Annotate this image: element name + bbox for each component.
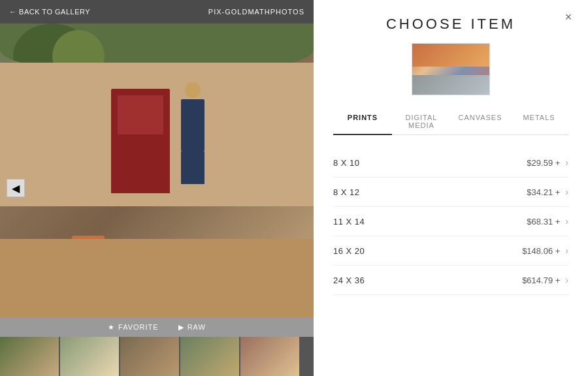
- tab-digital-media[interactable]: DIGITAL MEDIA: [392, 108, 451, 134]
- photo: [0, 24, 314, 317]
- main-image: [0, 24, 314, 317]
- item-row[interactable]: 16 X 20$148.06 +›: [333, 236, 568, 266]
- thumbnail-2[interactable]: [60, 337, 119, 376]
- chevron-right-icon: ›: [565, 187, 568, 197]
- star-icon: ★: [108, 323, 115, 332]
- tabs: PRINTS DIGITAL MEDIA CANVASES METALS: [333, 108, 568, 135]
- item-row[interactable]: 24 X 36$614.79 +›: [333, 266, 568, 295]
- raw-icon: ▶: [178, 323, 184, 332]
- ground-area: [0, 239, 314, 317]
- bottom-actions: ★ FAVORITE ▶ RAW: [0, 317, 314, 337]
- right-panel: × CHOOSE ITEM PRINTS DIGITAL MEDIA CANVA…: [314, 0, 588, 376]
- thumbnail-1[interactable]: [0, 337, 59, 376]
- chevron-right-icon: ›: [565, 245, 568, 256]
- preview-thumbnail: [412, 43, 490, 95]
- tab-metals[interactable]: METALS: [510, 108, 568, 134]
- item-right: $148.06 +›: [522, 245, 568, 256]
- figure-head: [185, 82, 201, 98]
- item-size: 8 X 12: [333, 187, 360, 197]
- item-price: $614.79 +: [522, 275, 560, 285]
- item-row[interactable]: 8 X 12$34.21 +›: [333, 178, 568, 207]
- thumbnail-3[interactable]: [120, 337, 179, 376]
- item-price: $34.21 +: [527, 187, 560, 197]
- item-right: $34.21 +›: [527, 187, 568, 197]
- item-price: $29.59 +: [527, 158, 560, 168]
- thumbnail-4[interactable]: [180, 337, 239, 376]
- item-size: 16 X 20: [333, 246, 365, 256]
- chevron-left-icon: ◀: [12, 182, 20, 195]
- tab-canvases[interactable]: CANVASES: [451, 108, 510, 134]
- figure-body: [181, 99, 204, 151]
- chevron-right-icon: ›: [565, 275, 568, 285]
- close-button[interactable]: ×: [561, 9, 576, 25]
- raw-button[interactable]: ▶ RAW: [178, 323, 206, 332]
- item-right: $614.79 +›: [522, 275, 568, 285]
- item-right: $29.59 +›: [527, 157, 568, 168]
- favorite-button[interactable]: ★ FAVORITE: [108, 323, 159, 332]
- thumbnail-5[interactable]: [240, 337, 299, 376]
- studio-name: PIX-GOLDMATHPHOTOS: [208, 8, 304, 16]
- chevron-right-icon: ›: [565, 216, 568, 227]
- figure-legs: [181, 151, 204, 184]
- choose-item-title: CHOOSE ITEM: [386, 16, 515, 33]
- top-bar: ← BACK TO GALLERY PIX-GOLDMATHPHOTOS: [0, 0, 314, 24]
- door: [111, 89, 170, 193]
- item-size: 11 X 14: [333, 217, 365, 227]
- item-size: 8 X 10: [333, 158, 360, 168]
- item-right: $68.31 +›: [527, 216, 568, 227]
- figure: [176, 82, 209, 187]
- thumbnails-strip: [0, 337, 314, 376]
- item-price: $148.06 +: [522, 246, 560, 256]
- back-to-gallery-link[interactable]: ← BACK TO GALLERY: [9, 8, 90, 16]
- item-row[interactable]: 8 X 10$29.59 +›: [333, 148, 568, 178]
- left-panel: ← BACK TO GALLERY PIX-GOLDMATHPHOTOS ◀ ★…: [0, 0, 314, 376]
- previous-photo-button[interactable]: ◀: [7, 179, 25, 197]
- item-size: 24 X 36: [333, 275, 365, 285]
- item-row[interactable]: 11 X 14$68.31 +›: [333, 207, 568, 236]
- items-list: 8 X 10$29.59 +›8 X 12$34.21 +›11 X 14$68…: [333, 148, 568, 363]
- tab-prints[interactable]: PRINTS: [333, 108, 392, 134]
- item-price: $68.31 +: [527, 217, 560, 227]
- chevron-right-icon: ›: [565, 157, 568, 168]
